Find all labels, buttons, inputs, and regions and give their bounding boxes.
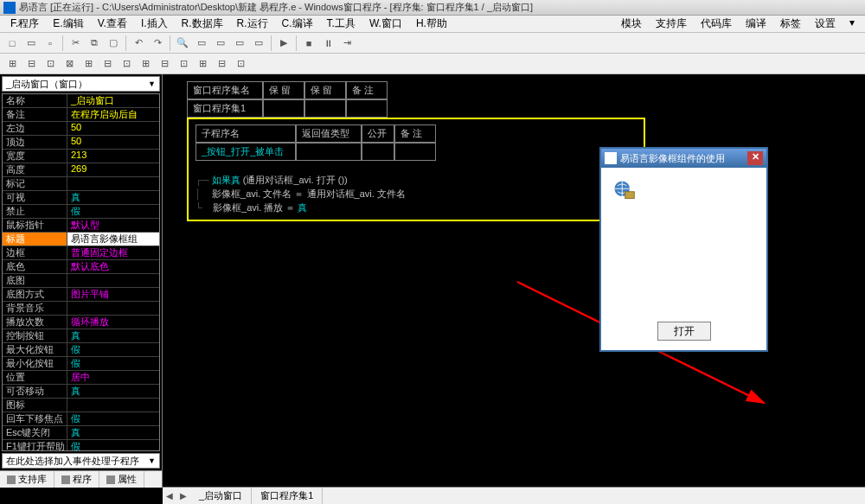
- property-value[interactable]: [67, 399, 159, 411]
- object-selector[interactable]: _启动窗口（窗口） ▼: [2, 76, 160, 92]
- property-grid[interactable]: 名称_启动窗口备注在程序启动后自左边50顶边50宽度213高度269标记可视真禁…: [2, 93, 160, 451]
- property-value[interactable]: 假: [67, 357, 159, 370]
- al-8-icon[interactable]: ⊞: [137, 55, 154, 73]
- tb-undo-icon[interactable]: ↶: [130, 35, 147, 52]
- property-row[interactable]: 禁止假: [3, 205, 159, 219]
- menu-codelib[interactable]: 代码库: [694, 15, 739, 33]
- property-value[interactable]: 50: [67, 122, 159, 135]
- al-7-icon[interactable]: ⊡: [118, 55, 135, 73]
- al-11-icon[interactable]: ⊞: [194, 55, 211, 73]
- al-10-icon[interactable]: ⊡: [175, 55, 192, 73]
- al-12-icon[interactable]: ⊟: [213, 55, 230, 73]
- property-value[interactable]: 假: [67, 440, 159, 451]
- al-3-icon[interactable]: ⊡: [42, 55, 59, 73]
- property-value[interactable]: _启动窗口: [67, 94, 159, 107]
- property-row[interactable]: 可视真: [3, 191, 159, 205]
- property-value[interactable]: 269: [67, 163, 159, 176]
- property-value[interactable]: 真: [67, 385, 159, 398]
- property-row[interactable]: 标记: [3, 177, 159, 191]
- menu-edit[interactable]: E.编辑: [46, 15, 90, 33]
- property-row[interactable]: Esc键关闭真: [3, 426, 159, 440]
- property-row[interactable]: 底色默认底色: [3, 260, 159, 274]
- menu-database[interactable]: R.数据库: [175, 15, 230, 33]
- property-row[interactable]: 播放次数循环播放: [3, 316, 159, 329]
- property-value[interactable]: 默认底色: [67, 260, 159, 273]
- property-row[interactable]: 鼠标指针默认型: [3, 219, 159, 233]
- tb-b3-icon[interactable]: ▭: [231, 35, 248, 52]
- tab-prev-icon[interactable]: ◀: [163, 491, 176, 501]
- al-6-icon[interactable]: ⊟: [99, 55, 116, 73]
- property-value[interactable]: 真: [67, 426, 159, 439]
- property-row[interactable]: 回车下移焦点假: [3, 412, 159, 426]
- tab-program[interactable]: 程序: [54, 471, 99, 488]
- al-1-icon[interactable]: ⊞: [3, 55, 21, 73]
- property-value[interactable]: 假: [67, 205, 159, 218]
- property-value[interactable]: 图片平铺: [67, 288, 159, 301]
- menu-compile[interactable]: C.编译: [275, 15, 320, 33]
- tb-stop-icon[interactable]: ■: [300, 35, 317, 52]
- property-row[interactable]: 标题易语言影像框组: [3, 233, 159, 246]
- property-value[interactable]: 居中: [67, 371, 159, 384]
- menu-help[interactable]: H.帮助: [409, 15, 454, 33]
- menu-view[interactable]: V.查看: [91, 15, 134, 33]
- menu-dropdown-icon[interactable]: ▾: [843, 15, 862, 33]
- property-value[interactable]: 213: [67, 150, 159, 163]
- property-row[interactable]: 宽度213: [3, 150, 159, 163]
- menu-tags[interactable]: 标签: [773, 15, 808, 33]
- property-row[interactable]: 背景音乐: [3, 302, 159, 316]
- property-row[interactable]: 左边50: [3, 122, 159, 136]
- menu-program[interactable]: F.程序: [3, 15, 46, 33]
- tb-step-icon[interactable]: ⇥: [338, 35, 356, 52]
- property-value[interactable]: 易语言影像框组: [67, 233, 159, 246]
- tb-find-icon[interactable]: 🔍: [174, 35, 191, 52]
- tab-startup-window[interactable]: _启动窗口: [190, 488, 252, 504]
- menu-module[interactable]: 模块: [614, 15, 649, 33]
- property-row[interactable]: 最大化按钮假: [3, 343, 159, 357]
- al-9-icon[interactable]: ⊟: [156, 55, 173, 73]
- menu-settings[interactable]: 设置: [808, 15, 843, 33]
- menu-insert[interactable]: I.插入: [134, 15, 175, 33]
- property-row[interactable]: 底图方式图片平铺: [3, 288, 159, 302]
- menu-run[interactable]: R.运行: [230, 15, 275, 33]
- property-row[interactable]: 最小化按钮假: [3, 357, 159, 371]
- property-row[interactable]: 名称_启动窗口: [3, 94, 159, 108]
- tb-cut-icon[interactable]: ✂: [67, 35, 84, 52]
- property-value[interactable]: 真: [67, 329, 159, 342]
- preview-titlebar[interactable]: 易语言影像框组件的使用 ✕: [601, 149, 766, 168]
- property-row[interactable]: F1键打开帮助假: [3, 440, 159, 451]
- event-selector[interactable]: 在此处选择加入事件处理子程序 ▼: [2, 453, 160, 469]
- tab-procset1[interactable]: 窗口程序集1: [252, 488, 323, 504]
- tb-b2-icon[interactable]: ▭: [212, 35, 229, 52]
- tb-open-icon[interactable]: ▭: [22, 35, 40, 52]
- tb-new-icon[interactable]: □: [3, 35, 21, 52]
- property-row[interactable]: 控制按钮真: [3, 329, 159, 343]
- property-row[interactable]: 图标: [3, 399, 159, 412]
- property-value[interactable]: 真: [67, 191, 159, 204]
- property-value[interactable]: 普通固定边框: [67, 246, 159, 259]
- tb-b4-icon[interactable]: ▭: [250, 35, 267, 52]
- preview-window[interactable]: 易语言影像框组件的使用 ✕ 打开: [599, 147, 768, 352]
- property-row[interactable]: 顶边50: [3, 136, 159, 150]
- property-value[interactable]: 循环播放: [67, 316, 159, 329]
- tab-properties[interactable]: 属性: [99, 471, 144, 488]
- property-value[interactable]: 默认型: [67, 219, 159, 232]
- tab-supportlib[interactable]: 支持库: [0, 471, 54, 488]
- property-row[interactable]: 边框普通固定边框: [3, 246, 159, 260]
- property-row[interactable]: 底图: [3, 274, 159, 288]
- property-row[interactable]: 位置居中: [3, 371, 159, 385]
- menu-window[interactable]: W.窗口: [362, 15, 409, 33]
- property-value[interactable]: 50: [67, 136, 159, 149]
- tb-paste-icon[interactable]: ▢: [105, 35, 122, 52]
- tb-pause-icon[interactable]: ⏸: [319, 35, 336, 52]
- tab-next-icon[interactable]: ▶: [176, 491, 190, 501]
- property-value[interactable]: [67, 274, 159, 287]
- al-5-icon[interactable]: ⊞: [80, 55, 97, 73]
- al-2-icon[interactable]: ⊟: [22, 55, 40, 73]
- open-button[interactable]: 打开: [657, 322, 711, 341]
- property-value[interactable]: [67, 177, 159, 190]
- tb-b1-icon[interactable]: ▭: [193, 35, 210, 52]
- close-button[interactable]: ✕: [747, 151, 763, 165]
- al-4-icon[interactable]: ⊠: [61, 55, 78, 73]
- property-value[interactable]: 假: [67, 412, 159, 425]
- property-value[interactable]: [67, 302, 159, 315]
